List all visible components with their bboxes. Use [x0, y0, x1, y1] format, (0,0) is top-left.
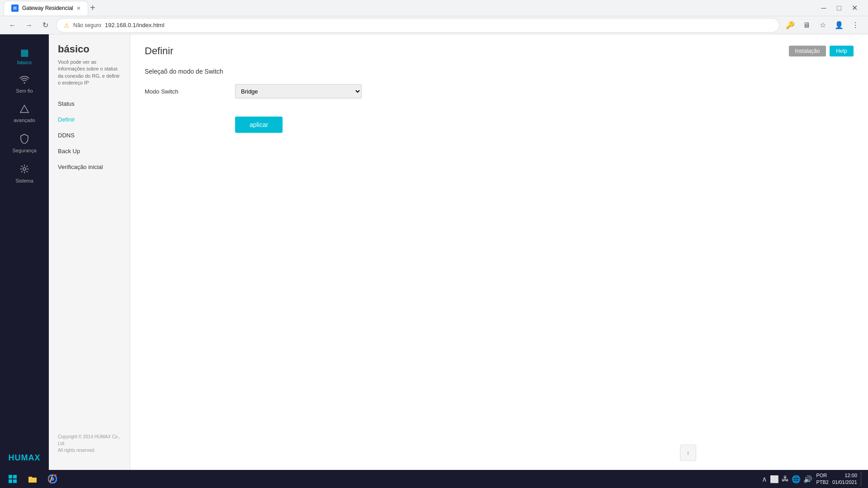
cast-icon[interactable]: 🖥 [799, 18, 814, 33]
clock-date: 01/01/2021 [832, 479, 857, 486]
url-text: 192.168.0.1/index.html [105, 22, 165, 28]
sidebar-item-seguranca[interactable]: Segurança [0, 128, 49, 159]
app-container: ▦ básico Sem fio avançado [0, 34, 868, 470]
show-desktop-button[interactable] [861, 472, 864, 486]
security-nav-icon [20, 134, 29, 146]
sidebar-label-seguranca: Segurança [12, 148, 36, 153]
security-icon: ⚠ [64, 22, 70, 29]
back-button[interactable]: ← [5, 18, 20, 33]
reload-button[interactable]: ↻ [38, 18, 52, 33]
sidebar-label-sem-fio: Sem fio [16, 88, 33, 94]
mode-switch-label: Modo Switch [145, 88, 235, 95]
url-bar[interactable]: ⚠ Não seguro 192.168.0.1/index.html [56, 18, 779, 33]
taskbar: ∧ ⬜ 🖧 🌐 🔊 POR PTB2 12:00 01/01/2021 [0, 470, 868, 488]
tab-close-button[interactable]: × [77, 5, 80, 12]
key-icon[interactable]: 🔑 [783, 18, 797, 33]
sub-sidebar-link-ddns[interactable]: DDNS [49, 127, 130, 143]
sidebar-label-basico: básico [17, 60, 32, 65]
bookmark-icon[interactable]: ☆ [816, 18, 830, 33]
header-buttons: Instalação Help [789, 46, 854, 56]
system-tray-icons: ∧ ⬜ 🖧 🌐 🔊 [762, 475, 812, 483]
instalacao-button[interactable]: Instalação [789, 46, 826, 56]
svg-rect-2 [9, 475, 12, 479]
scroll-top-button[interactable]: ↑ [680, 445, 696, 461]
page-title: Definir [145, 45, 174, 57]
sub-sidebar-link-status[interactable]: Status [49, 96, 130, 112]
copyright-text: Copyright © 2014 HUMAX Co., Ltd. All rig… [49, 426, 130, 461]
sub-sidebar-link-definir[interactable]: Definir [49, 112, 130, 127]
sub-sidebar-description: Você pode ver as informações sobre o sta… [49, 59, 130, 96]
forward-button[interactable]: → [22, 18, 36, 33]
mode-switch-select[interactable]: Bridge Router [235, 84, 362, 99]
tray-display-icon: ⬜ [770, 475, 779, 483]
sidebar-item-sem-fio[interactable]: Sem fio [0, 70, 49, 99]
taskbar-right: ∧ ⬜ 🖧 🌐 🔊 POR PTB2 12:00 01/01/2021 [762, 472, 864, 486]
tab-bar: H Gateway Residencial × + [4, 1, 817, 15]
svg-marker-0 [20, 105, 28, 113]
language-indicator: POR PTB2 [816, 472, 829, 486]
sub-sidebar: básico Você pode ver as informações sobr… [49, 34, 130, 470]
svg-point-1 [23, 168, 26, 170]
avancado-icon [19, 104, 29, 116]
svg-rect-4 [9, 479, 12, 483]
nav-controls: ← → ↻ [5, 18, 52, 33]
svg-rect-5 [13, 479, 17, 483]
brand-logo: HUMAX [1, 446, 48, 470]
address-bar: ← → ↻ ⚠ Não seguro 192.168.0.1/index.htm… [0, 16, 868, 34]
sub-sidebar-link-verificacao[interactable]: Verificação inicial [49, 159, 130, 175]
minimize-button[interactable]: ─ [817, 2, 830, 14]
close-window-button[interactable]: ✕ [848, 2, 861, 14]
clock-time: 12:00 [832, 472, 857, 479]
tab-favicon: H [11, 5, 19, 12]
restore-button[interactable]: □ [833, 2, 845, 14]
basico-icon: ▦ [20, 47, 29, 58]
tab-title: Gateway Residencial [22, 5, 73, 11]
main-content: Definir Instalação Help Seleçaõ do modo … [130, 34, 868, 470]
sidebar-label-sistema: Sistema [15, 178, 33, 183]
start-button[interactable] [4, 472, 22, 486]
wifi-icon [19, 76, 29, 86]
sidebar-item-basico[interactable]: ▦ básico [0, 42, 49, 70]
section-title: Seleçaõ do modo de Switch [145, 68, 854, 75]
tray-network-icon: 🖧 [782, 475, 789, 483]
taskbar-files-button[interactable] [24, 472, 42, 486]
sub-sidebar-link-backup[interactable]: Back Up [49, 143, 130, 159]
mode-switch-row: Modo Switch Bridge Router [145, 84, 854, 99]
tray-globe-icon: 🌐 [792, 475, 801, 483]
menu-icon[interactable]: ⋮ [848, 18, 863, 33]
sidebar-item-sistema[interactable]: Sistema [0, 159, 49, 189]
main-header: Definir Instalação Help [145, 45, 854, 57]
help-button[interactable]: Help [830, 46, 854, 56]
browser-titlebar: H Gateway Residencial × + ─ □ ✕ [0, 0, 868, 16]
browser-actions: 🔑 🖥 ☆ 👤 ⋮ [783, 18, 863, 33]
main-sidebar: ▦ básico Sem fio avançado [0, 34, 49, 470]
browser-tab[interactable]: H Gateway Residencial × [4, 1, 88, 15]
chevron-up-icon: ∧ [762, 475, 767, 483]
profile-icon[interactable]: 👤 [832, 18, 846, 33]
sidebar-item-avancado[interactable]: avançado [0, 99, 49, 128]
taskbar-chrome-button[interactable] [43, 472, 61, 486]
sub-sidebar-title: básico [49, 43, 130, 59]
window-controls: ─ □ ✕ [817, 2, 861, 14]
sidebar-label-avancado: avançado [14, 117, 35, 123]
system-clock: 12:00 01/01/2021 [832, 472, 857, 486]
new-tab-button[interactable]: + [90, 3, 95, 13]
svg-rect-3 [13, 475, 17, 479]
aplicar-button[interactable]: aplicar [235, 117, 283, 133]
tray-volume-icon: 🔊 [803, 475, 812, 483]
not-secure-label: Não seguro [73, 22, 101, 28]
sistema-icon [19, 164, 29, 176]
